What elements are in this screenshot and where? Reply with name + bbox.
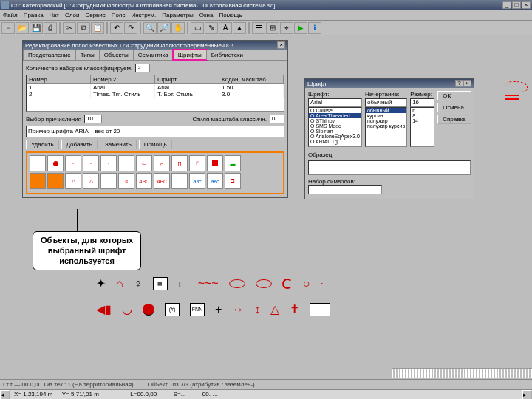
tb-open[interactable]: 📂 — [16, 22, 29, 34]
tb-select[interactable]: ▭ — [191, 22, 204, 34]
swatch[interactable]: ⌐ — [154, 155, 170, 171]
style-input[interactable]: обычный — [365, 98, 407, 107]
delete-button[interactable]: Удалить — [26, 140, 59, 149]
scale-input[interactable]: 0 — [270, 115, 284, 123]
tb-zoomin[interactable]: 🔍 — [143, 22, 157, 34]
swatch[interactable]: АВС — [136, 173, 152, 189]
tb-snap[interactable]: ⌖ — [280, 22, 293, 34]
tab-presentation[interactable]: Представление — [23, 50, 76, 60]
menu-chat[interactable]: Чат — [50, 12, 59, 18]
charset-label: Набор символов: — [308, 178, 471, 185]
tb-help[interactable]: ℹ — [308, 22, 321, 34]
font-dialog-help-button[interactable]: ? — [455, 80, 463, 87]
swatch[interactable]: △ — [65, 173, 81, 189]
tb-zoomout[interactable]: 🔎 — [157, 22, 171, 34]
maximize-button[interactable]: □ — [512, 1, 521, 9]
rowidx-input[interactable]: 10 — [84, 115, 102, 123]
swatch[interactable]: △ — [83, 173, 99, 189]
help-button[interactable]: Помощь — [139, 140, 172, 149]
minimize-button[interactable]: _ — [502, 1, 511, 9]
tb-fill[interactable]: ▲ — [233, 22, 246, 34]
dash-mark-icon — [505, 95, 519, 96]
tb-grid[interactable]: ⊞ — [266, 22, 279, 34]
menu-help[interactable]: Помощь — [219, 12, 242, 18]
swatch[interactable]: авс — [207, 173, 223, 189]
font-dialog-titlebar: Шрифт ? × — [305, 79, 474, 88]
menu-tools[interactable]: Инструм. — [131, 12, 156, 18]
swatch[interactable]: ≡ — [118, 173, 134, 189]
scroll-track[interactable]: X= 1.23,194 m Y= 5.71/,01 m L=00.0,00 S=… — [10, 390, 522, 399]
tab-types[interactable]: Типы — [75, 50, 100, 60]
menu-params[interactable]: Параметры — [162, 12, 194, 18]
font-listbox[interactable]: O Course O Area Threaded O SThinov O SMS… — [308, 107, 362, 147]
swatch[interactable] — [30, 155, 46, 171]
object-swatches: · · · ▭ ⌐ П ⊓ ▬ △ △ ≡ — [26, 151, 284, 194]
tb-print[interactable]: ⎙ — [44, 22, 57, 34]
menu-service[interactable]: Сервис — [85, 12, 105, 18]
font-dialog-close-button[interactable]: × — [463, 80, 471, 87]
tab-fonts[interactable]: Шрифты — [173, 50, 207, 60]
swatch[interactable]: авс — [189, 173, 205, 189]
size-input[interactable]: 16 — [410, 98, 434, 107]
swatch[interactable] — [47, 173, 64, 189]
tb-save[interactable]: 💾 — [30, 22, 43, 34]
swatch[interactable]: ⊐ — [225, 173, 241, 189]
tb-draw[interactable]: ✎ — [205, 22, 218, 34]
sym-cross-icon: ✝ — [290, 302, 299, 316]
horizontal-scrollbar[interactable]: ◂ X= 1.23,194 m Y= 5.71/,01 m L=00.0,00 … — [0, 389, 532, 399]
scroll-left-button[interactable]: ◂ — [0, 390, 10, 399]
style-listbox[interactable]: обычный курсив полужир полужир курсив — [365, 107, 407, 147]
tb-run[interactable]: ▶ — [294, 22, 307, 34]
tab-semantics[interactable]: Семантика — [133, 50, 174, 60]
charset-select[interactable] — [308, 185, 382, 194]
status-s: S=... — [159, 391, 186, 398]
swatch[interactable] — [47, 155, 64, 171]
add-button[interactable]: Добавить — [61, 140, 98, 149]
menu-edit[interactable]: Правка — [24, 12, 44, 18]
tb-copy[interactable]: ⧉ — [77, 22, 90, 34]
swatch[interactable]: ▬ — [225, 155, 241, 171]
replace-button[interactable]: Заменить — [100, 140, 137, 149]
tb-new[interactable]: ▫ — [1, 22, 15, 34]
swatch[interactable]: · — [100, 155, 117, 171]
tb-redo[interactable]: ↷ — [124, 22, 137, 34]
callout-leader-line — [77, 209, 78, 231]
menu-file[interactable]: Файл — [3, 12, 18, 18]
close-button[interactable]: × — [522, 1, 531, 9]
qty-value[interactable]: 2 — [135, 64, 150, 72]
swatch[interactable]: ⊓ — [189, 155, 205, 171]
size-listbox[interactable]: 6 8 14 — [410, 107, 434, 147]
tb-paste[interactable]: 📋 — [91, 22, 104, 34]
menu-belt[interactable]: Пояс — [112, 12, 126, 18]
font-table[interactable]: Номер Номер 2 Шрифт Кодон. масштаб 1 Ari… — [26, 75, 284, 112]
menu-windows[interactable]: Окна — [200, 12, 214, 18]
tab-objects[interactable]: Объекты — [99, 50, 134, 60]
tb-text[interactable]: A — [219, 22, 232, 34]
ok-button[interactable]: ОК — [437, 91, 471, 100]
swatch[interactable] — [171, 173, 188, 189]
tb-layers[interactable]: ☰ — [252, 22, 265, 34]
table-row[interactable]: 1 Arial Arial 1.50 — [27, 84, 284, 91]
sym-house-icon: ⌂ — [116, 277, 123, 290]
table-row[interactable]: 2 Times. Tm. Стиль T. Бот. Стиль 3.0 — [27, 91, 284, 98]
cancel-button[interactable]: Отмена — [437, 103, 471, 112]
status-x: X= 1.23,194 m — [10, 391, 52, 398]
swatch[interactable]: · — [83, 155, 99, 171]
swatch[interactable] — [100, 173, 117, 189]
swatch[interactable]: П — [171, 155, 188, 171]
tb-pan[interactable]: ✋ — [171, 22, 185, 34]
swatch[interactable] — [207, 155, 223, 171]
apply-button[interactable]: Справка — [437, 115, 471, 124]
scroll-right-button[interactable]: ▸ — [522, 390, 532, 399]
tb-undo[interactable]: ↶ — [110, 22, 123, 34]
tab-libraries[interactable]: Библиотеки — [206, 50, 248, 60]
swatch[interactable] — [30, 173, 46, 189]
font-input[interactable]: Arial — [308, 98, 362, 107]
swatch[interactable]: АВС — [154, 173, 170, 189]
swatch[interactable]: · — [65, 155, 81, 171]
swatch[interactable] — [118, 155, 134, 171]
swatch[interactable]: ▭ — [136, 155, 152, 171]
menu-layers[interactable]: Слои — [65, 12, 79, 18]
dialog-close-button[interactable]: × — [277, 41, 285, 49]
tb-cut[interactable]: ✂ — [63, 22, 76, 34]
